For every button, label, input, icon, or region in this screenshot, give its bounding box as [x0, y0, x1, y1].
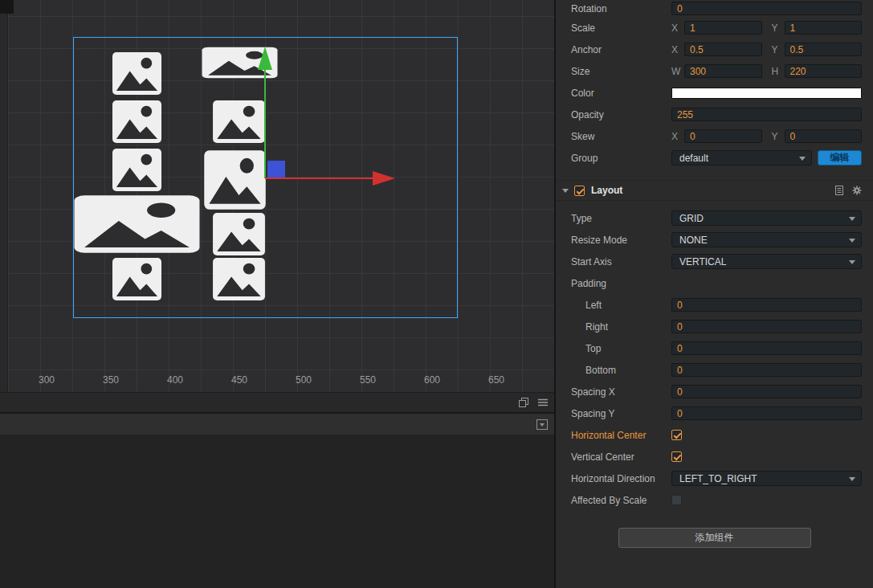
axis-y-label: Y — [772, 22, 781, 34]
property-row-spacing-x: Spacing X — [556, 381, 873, 402]
axis-y-label: Y — [772, 44, 781, 55]
horizontal-center-checkbox[interactable] — [671, 430, 682, 440]
type-label: Type — [571, 213, 671, 224]
chevron-down-icon — [849, 260, 855, 264]
property-row-padding-right: Right — [556, 316, 873, 337]
axis-w-label: W — [671, 66, 680, 77]
gizmo-y-arrowhead-icon[interactable] — [258, 47, 272, 70]
vertical-center-checkbox[interactable] — [671, 451, 682, 462]
axis-h-label: H — [772, 66, 781, 77]
start-axis-dropdown-value: VERTICAL — [679, 256, 726, 267]
color-label: Color — [571, 88, 671, 99]
color-swatch[interactable] — [671, 88, 862, 99]
padding-left-label: Left — [571, 300, 671, 311]
size-label: Size — [571, 66, 671, 77]
property-row-padding: Padding — [556, 272, 873, 294]
padding-top-input[interactable] — [671, 341, 862, 355]
horizontal-center-label: Horizontal Center — [571, 430, 671, 441]
restore-panel-icon[interactable] — [519, 398, 528, 407]
property-row-spacing-y: Spacing Y — [556, 402, 873, 424]
panel-menu-icon[interactable] — [538, 398, 548, 406]
collapse-caret-icon[interactable] — [562, 189, 569, 193]
axis-x-label: X — [671, 22, 680, 34]
dock-panel-icon[interactable] — [536, 419, 548, 430]
horizontal-direction-dropdown[interactable]: LEFT_TO_RIGHT — [671, 471, 862, 486]
property-row-rotation: Rotation — [556, 0, 873, 17]
gear-icon[interactable] — [852, 186, 862, 195]
skew-label: Skew — [571, 131, 671, 142]
type-dropdown[interactable]: GRID — [671, 210, 862, 226]
skew-y-input[interactable] — [785, 129, 863, 143]
chevron-down-icon — [849, 477, 855, 481]
gizmo-xy-handle[interactable] — [267, 161, 285, 178]
property-row-opacity: Opacity — [556, 104, 873, 125]
property-row-padding-top: Top — [556, 337, 873, 359]
start-axis-dropdown[interactable]: VERTICAL — [671, 254, 862, 269]
affected-by-scale-checkbox[interactable] — [671, 495, 682, 505]
rotation-input[interactable] — [671, 2, 862, 15]
property-row-padding-left: Left — [556, 294, 873, 316]
scale-x-input[interactable] — [684, 21, 762, 35]
opacity-label: Opacity — [571, 109, 671, 120]
padding-right-input[interactable] — [671, 320, 862, 333]
layout-section-title: Layout — [591, 185, 622, 196]
property-row-color: Color — [556, 82, 873, 104]
property-row-anchor: Anchor X Y — [556, 39, 873, 60]
type-dropdown-value: GRID — [679, 213, 704, 224]
opacity-input[interactable] — [671, 108, 862, 121]
resize-mode-dropdown[interactable]: NONE — [671, 232, 862, 247]
gizmo-x-arrowhead-icon[interactable] — [373, 171, 395, 186]
help-doc-icon[interactable] — [834, 186, 844, 195]
group-edit-button[interactable]: 编辑 — [818, 150, 862, 165]
axis-x-label: X — [671, 44, 680, 55]
property-row-affected-by-scale: Affected By Scale — [556, 489, 873, 511]
resize-mode-dropdown-value: NONE — [679, 235, 708, 246]
padding-bottom-input[interactable] — [671, 363, 862, 377]
layout-component-header[interactable]: Layout — [556, 180, 873, 201]
affected-by-scale-label: Affected By Scale — [571, 495, 671, 506]
padding-label: Padding — [571, 278, 671, 289]
group-label: Group — [571, 153, 671, 164]
property-row-skew: Skew X Y — [556, 125, 873, 147]
size-w-input[interactable] — [684, 64, 762, 78]
group-dropdown-value: default — [679, 153, 708, 164]
property-row-start-axis: Start Axis VERTICAL — [556, 251, 873, 272]
transform-gizmo[interactable] — [0, 0, 554, 392]
padding-right-label: Right — [571, 321, 671, 333]
axis-y-label: Y — [772, 131, 781, 142]
anchor-y-input[interactable] — [785, 43, 863, 56]
property-row-horizontal-direction: Horizontal Direction LEFT_TO_RIGHT — [556, 468, 873, 489]
inspector-panel: Rotation Scale X Y Anchor X Y — [554, 0, 873, 588]
resize-mode-label: Resize Mode — [571, 235, 671, 246]
property-row-type: Type GRID — [556, 207, 873, 229]
skew-x-input[interactable] — [684, 129, 762, 143]
lower-panel-header[interactable] — [0, 412, 554, 435]
padding-left-input[interactable] — [671, 298, 862, 312]
scene-toolbar-strip — [0, 392, 554, 412]
rotation-label: Rotation — [571, 3, 671, 14]
property-row-resize-mode: Resize Mode NONE — [556, 229, 873, 251]
property-row-group: Group default 编辑 — [556, 147, 873, 169]
chevron-down-icon — [849, 239, 855, 243]
scene-view[interactable]: 300350400450500550600650 — [0, 0, 554, 392]
start-axis-label: Start Axis — [571, 256, 671, 267]
property-row-padding-bottom: Bottom — [556, 359, 873, 381]
size-h-input[interactable] — [785, 64, 863, 78]
spacing-y-label: Spacing Y — [571, 408, 671, 419]
add-component-button[interactable]: 添加组件 — [618, 528, 811, 548]
horizontal-direction-dropdown-value: LEFT_TO_RIGHT — [679, 473, 757, 484]
padding-bottom-label: Bottom — [571, 365, 671, 376]
spacing-x-input[interactable] — [671, 385, 862, 398]
layout-enabled-checkbox[interactable] — [574, 186, 585, 196]
group-dropdown[interactable]: default — [671, 150, 812, 165]
editor-window: 300350400450500550600650 Rotation — [0, 0, 873, 588]
layout-properties: Type GRID Resize Mode NONE — [556, 207, 873, 511]
property-row-size: Size W H — [556, 60, 873, 82]
scale-label: Scale — [571, 22, 671, 34]
spacing-y-input[interactable] — [671, 406, 862, 420]
axis-x-label: X — [671, 131, 680, 142]
anchor-x-input[interactable] — [684, 43, 762, 56]
lower-panel-body[interactable] — [0, 435, 554, 588]
scale-y-input[interactable] — [785, 21, 863, 35]
horizontal-direction-label: Horizontal Direction — [571, 473, 671, 484]
